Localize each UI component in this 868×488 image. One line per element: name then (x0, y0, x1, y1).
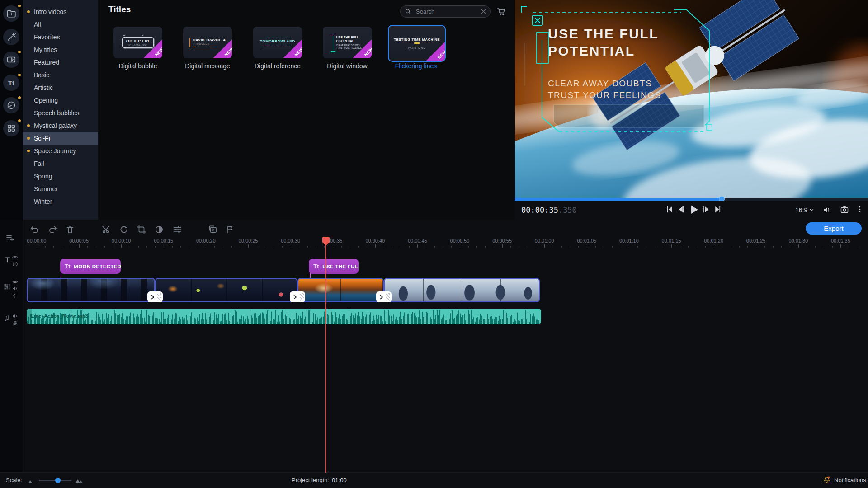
category-item-basic[interactable]: Basic (23, 69, 98, 81)
ruler-tick (350, 246, 350, 248)
ruler-tick (824, 246, 824, 248)
rotate-button[interactable] (119, 225, 129, 236)
transition-handle-1[interactable] (147, 291, 163, 302)
search-box[interactable] (400, 5, 491, 18)
zoom-in-icon[interactable] (75, 478, 83, 483)
category-item-mystical-galaxy[interactable]: Mystical galaxy (23, 119, 98, 132)
category-item-artistic[interactable]: Artistic (23, 81, 98, 94)
audio-clip[interactable]: Epic_Action_Movie.mp3 (27, 309, 541, 324)
next-frame-button[interactable] (702, 205, 711, 216)
color-adjustments-button[interactable] (154, 225, 164, 236)
zoom-out-icon[interactable] (28, 479, 34, 483)
category-item-sci-fi[interactable]: Sci-Fi (23, 132, 98, 145)
add-track-button[interactable] (5, 233, 14, 244)
effects-button[interactable] (3, 97, 19, 113)
search-input[interactable] (415, 8, 478, 15)
clear-search-icon[interactable] (481, 9, 486, 14)
bell-icon (823, 476, 831, 484)
transition-handle-3[interactable] (376, 291, 392, 302)
playhead-marker[interactable] (322, 237, 330, 243)
marker-button[interactable] (225, 225, 235, 236)
ruler-tick (180, 246, 181, 248)
ruler-label: 00:00:05 (69, 238, 89, 244)
ruler-tick (798, 244, 799, 248)
more-tools-new-dot (18, 119, 21, 122)
aspect-ratio-dropdown[interactable]: 16:9 (795, 206, 814, 214)
project-length: Project length:01:00 (292, 477, 347, 483)
ruler-tick (375, 244, 376, 248)
video-clip-4[interactable] (384, 278, 540, 302)
category-item-spring[interactable]: Spring (23, 170, 98, 183)
category-new-dot (27, 124, 30, 127)
notifications-button[interactable]: Notifications (823, 476, 866, 484)
skip-to-end-button[interactable] (713, 205, 722, 216)
previous-frame-button[interactable] (677, 205, 685, 216)
category-item-winter[interactable]: Winter (23, 195, 98, 208)
scale-slider-handle[interactable] (55, 478, 61, 483)
speaker-icon (12, 313, 19, 319)
category-item-favorites[interactable]: Favorites (23, 31, 98, 43)
title-clip-use-the-full[interactable]: Tt USE THE FUL (309, 259, 359, 274)
overlay-close-button[interactable] (532, 15, 543, 26)
category-item-speech-bubbles[interactable]: Speech bubbles (23, 107, 98, 119)
category-item-summer[interactable]: Summer (23, 183, 98, 195)
clip-properties-button[interactable] (172, 225, 182, 236)
overlay-track-button[interactable] (208, 225, 218, 236)
title-card-digital-bubble[interactable]: OBJECT.01 044.AKKL.2557 NEW (113, 27, 162, 58)
ruler-tick (451, 246, 452, 248)
audio-track-voice-toggle[interactable] (12, 320, 19, 328)
magic-wand-icon (6, 32, 16, 42)
title-card-flickering-lines[interactable]: TESTING TIME MACHINE PART ONE NEW (388, 25, 446, 62)
undo-button[interactable] (30, 225, 40, 236)
transition-handle-2[interactable] (290, 291, 305, 302)
titles-button[interactable]: Tt (3, 75, 19, 91)
title-track-sync-toggle[interactable] (12, 261, 19, 269)
category-item-intro-videos[interactable]: Intro videos (23, 5, 98, 18)
video-clip-1[interactable] (27, 278, 155, 302)
ruler-tick (282, 246, 283, 248)
speaker-icon (12, 285, 19, 292)
import-media-button[interactable] (3, 5, 19, 22)
titles-icon: Tt (313, 263, 319, 270)
title-card-digital-window[interactable]: USE THE FULL POTENTIAL CLEAR AWAY DOUBTS… (323, 27, 372, 58)
category-item-fall[interactable]: Fall (23, 157, 98, 170)
delete-button[interactable] (65, 225, 75, 236)
skip-to-start-button[interactable] (665, 205, 674, 216)
split-button[interactable] (101, 225, 111, 236)
ruler-label: 00:00:50 (450, 238, 470, 244)
grid-icon (6, 123, 16, 133)
category-item-featured[interactable]: Featured (23, 56, 98, 69)
title-card-digital-message[interactable]: DAVID TRAVOLTA PRODUCER NEW (183, 27, 232, 58)
close-icon (535, 18, 540, 23)
video-clip-3[interactable] (297, 278, 384, 302)
camera-icon (840, 205, 849, 214)
category-item-opening[interactable]: Opening (23, 94, 98, 107)
title-clip-moon-detected[interactable]: Tt MOON DETECTED (60, 259, 121, 274)
category-item-all[interactable]: All (23, 18, 98, 31)
store-cart-button[interactable] (496, 6, 506, 18)
video-track-back-button[interactable] (12, 292, 19, 301)
ruler-tick (849, 246, 849, 248)
filters-button[interactable] (3, 29, 19, 45)
more-tools-button[interactable] (3, 120, 19, 136)
track-header-gutter (0, 220, 23, 472)
crop-button[interactable] (137, 225, 146, 236)
category-item-space-journey[interactable]: Space Journey (23, 145, 98, 157)
volume-button[interactable] (822, 205, 832, 216)
audio-clip-filename: Epic_Action_Movie.mp3 (31, 313, 88, 319)
timeline-ruler[interactable]: 00:00:0000:00:0500:00:1000:00:1500:00:20… (0, 237, 868, 249)
snapshot-button[interactable] (840, 205, 849, 216)
category-new-dot (27, 10, 30, 13)
arrow-left-icon (12, 292, 19, 299)
play-button[interactable] (689, 204, 699, 217)
ruler-tick (646, 246, 646, 248)
transitions-button[interactable] (3, 52, 19, 68)
more-options-button[interactable] (856, 205, 864, 215)
video-clip-2[interactable] (155, 278, 297, 302)
title-card-digital-reference[interactable]: TOMORROWLAND NEW (253, 27, 302, 58)
ruler-tick (485, 246, 486, 248)
redo-button[interactable] (47, 225, 57, 236)
ruler-label: 00:01:00 (535, 238, 554, 244)
category-item-my-titles[interactable]: My titles (23, 43, 98, 56)
export-button[interactable]: Export (806, 222, 862, 235)
